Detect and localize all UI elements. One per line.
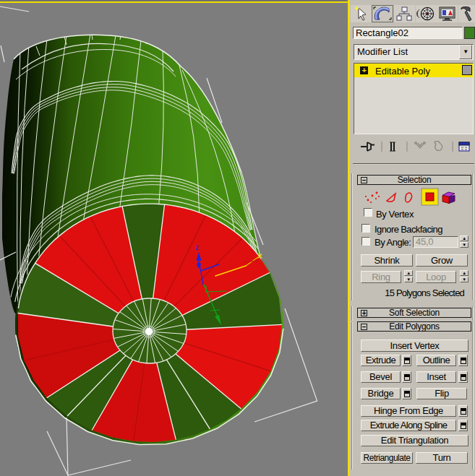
svg-text:z: z [195,243,199,251]
